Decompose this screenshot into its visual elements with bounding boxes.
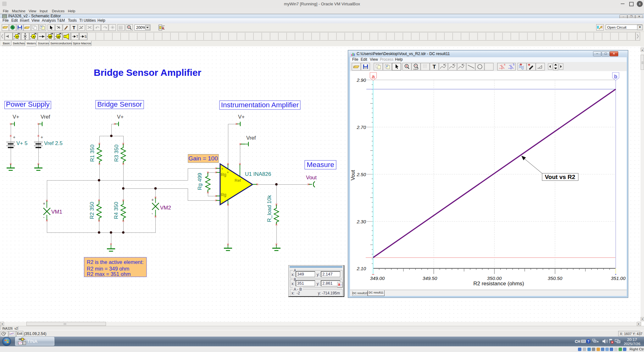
svg-text:Gain = 100: Gain = 100 <box>188 155 218 162</box>
svg-text:Instrumentation Amplifier: Instrumentation Amplifier <box>221 101 299 109</box>
svg-text:V+: V+ <box>13 114 19 120</box>
svg-text:V+: V+ <box>238 114 245 120</box>
svg-text:T: T <box>72 25 75 30</box>
svg-text:Vout: Vout <box>306 175 317 181</box>
svg-text:INA326_v2 - Schematic Editor: INA326_v2 - Schematic Editor <box>8 14 61 18</box>
svg-text:T: T <box>433 64 436 70</box>
svg-text:?: ? <box>587 340 589 343</box>
svg-text:351.00: 351.00 <box>611 276 626 281</box>
svg-text:U1 INA826: U1 INA826 <box>245 171 271 177</box>
svg-text:T: T <box>76 35 78 38</box>
svg-text:-: - <box>221 199 223 204</box>
svg-text:Vref 2.5: Vref 2.5 <box>44 140 63 146</box>
svg-text:2.10: 2.10 <box>356 266 366 271</box>
svg-text:+: + <box>43 201 45 206</box>
svg-text:+: + <box>13 135 15 140</box>
svg-text:Bridge Sensor Amplifier: Bridge Sensor Amplifier <box>94 67 202 78</box>
svg-text:R2 min = 349 ohm: R2 min = 349 ohm <box>87 266 129 271</box>
svg-text:+: + <box>41 135 43 140</box>
svg-text:+: + <box>151 197 154 202</box>
svg-text:R3 350: R3 350 <box>114 145 119 162</box>
svg-text:R2 350: R2 350 <box>89 202 95 219</box>
svg-text:R1 350: R1 350 <box>89 145 95 162</box>
svg-text:CH: CH <box>575 339 580 344</box>
svg-text:20:17: 20:17 <box>627 338 637 342</box>
svg-text:b: b <box>513 63 514 66</box>
svg-text:Rg: Rg <box>221 192 226 197</box>
svg-text:VM2: VM2 <box>160 205 171 211</box>
svg-text:2.50: 2.50 <box>356 172 366 177</box>
svg-text:A: A <box>32 35 35 38</box>
svg-text:Vout vs R2: Vout vs R2 <box>545 174 575 180</box>
svg-text:2025/7/26: 2025/7/26 <box>624 342 641 346</box>
svg-text:R2 resistance (ohms): R2 resistance (ohms) <box>473 281 524 287</box>
svg-text:2.70: 2.70 <box>356 125 366 130</box>
svg-text:Rg 499: Rg 499 <box>197 173 203 190</box>
svg-text:V+ 5: V+ 5 <box>16 140 27 146</box>
svg-text:2.30: 2.30 <box>356 219 366 224</box>
svg-text:Rg: Rg <box>221 172 226 177</box>
svg-text:350.50: 350.50 <box>548 276 563 281</box>
svg-text:Vref: Vref <box>246 135 256 141</box>
svg-text:VM1: VM1 <box>51 209 62 215</box>
svg-text:350.00: 350.00 <box>487 276 502 281</box>
svg-text:+: + <box>227 170 229 175</box>
svg-text:V+: V+ <box>117 114 124 120</box>
svg-text:Vref: Vref <box>41 114 50 120</box>
svg-text:R4 350: R4 350 <box>113 202 119 219</box>
svg-text:R2 max = 351 ohm: R2 max = 351 ohm <box>87 271 131 277</box>
svg-text:W: W <box>49 35 52 38</box>
svg-text:R2 is the active element:: R2 is the active element: <box>87 259 144 265</box>
svg-text:R_load 10k: R_load 10k <box>266 195 272 222</box>
svg-text:-: - <box>43 215 45 220</box>
svg-text:200%: 200% <box>136 25 146 30</box>
svg-text:349.00: 349.00 <box>370 276 385 281</box>
svg-text:Measure: Measure <box>307 161 334 169</box>
svg-text:2.90: 2.90 <box>356 77 366 83</box>
svg-text:100%: 100% <box>413 68 418 70</box>
svg-text:a: a <box>372 74 375 80</box>
svg-text:+: + <box>221 166 224 171</box>
svg-text:Ω: Ω <box>57 35 59 38</box>
svg-text:Power Supply: Power Supply <box>6 100 50 108</box>
svg-text:V: V <box>16 35 18 38</box>
svg-text:Bridge Sensor: Bridge Sensor <box>97 100 142 108</box>
svg-text:Vout: Vout <box>350 170 356 180</box>
svg-text:b: b <box>614 74 617 80</box>
svg-text:-: - <box>152 211 153 216</box>
svg-text:TINA: TINA <box>27 339 37 344</box>
svg-text:Ref: Ref <box>235 178 241 183</box>
svg-text:a: a <box>504 63 505 66</box>
svg-text:349.50: 349.50 <box>423 276 437 281</box>
svg-text:S: S <box>85 35 87 38</box>
